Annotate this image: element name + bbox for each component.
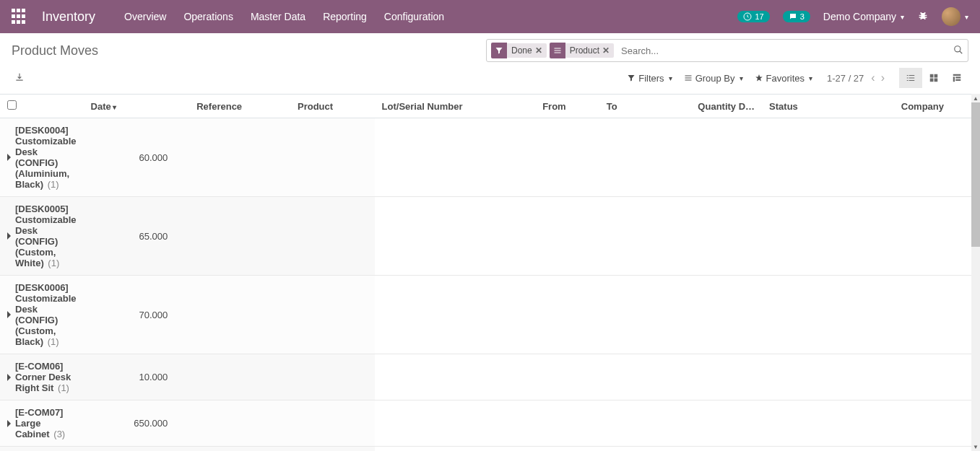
group-row[interactable]: [E-COM07] Large Cabinet (3) 650.000 (0, 400, 980, 447)
col-company[interactable]: Company (835, 95, 980, 118)
expand-caret-icon (7, 311, 11, 318)
facet-label: Done (511, 45, 532, 56)
search-input[interactable] (617, 45, 953, 56)
remove-facet-icon[interactable]: ✕ (535, 45, 542, 56)
list-icon (550, 43, 565, 58)
clock-count: 17 (755, 12, 763, 21)
col-lot[interactable]: Lot/Serial Number (375, 95, 536, 118)
scroll-up-icon[interactable]: ▲ (971, 94, 980, 102)
nav-master-data[interactable]: Master Data (251, 11, 305, 22)
col-status[interactable]: Status (762, 95, 835, 118)
funnel-icon (627, 74, 636, 82)
funnel-icon (491, 43, 507, 58)
group-row[interactable]: [E-COM08] Storage Box (1) 18.000 (0, 447, 980, 452)
expand-caret-icon (7, 374, 11, 381)
chat-icon (789, 12, 797, 21)
scrollbar[interactable]: ▲ ▼ (971, 94, 980, 451)
group-count: (1) (58, 382, 69, 393)
nav-links: Overview Operations Master Data Reportin… (124, 11, 737, 22)
search-box[interactable]: Done ✕ Product ✕ (486, 39, 968, 62)
sort-caret-icon: ▾ (113, 103, 116, 111)
groupby-label: Group By (695, 73, 735, 84)
company-label: Demo Company (823, 11, 896, 22)
group-label: [E-COM07] Large Cabinet (3) (15, 407, 77, 439)
filters-button[interactable]: Filters ▾ (627, 73, 672, 84)
col-from[interactable]: From (535, 95, 599, 118)
list-icon (906, 73, 916, 83)
groupby-facet: Product ✕ (550, 43, 614, 58)
nav-configuration[interactable]: Configuration (384, 11, 444, 22)
control-panel: Product Moves Done ✕ Product ✕ (0, 33, 980, 94)
search-icon[interactable] (953, 45, 963, 57)
group-qty: 650.000 (84, 400, 190, 447)
group-count: (1) (48, 179, 59, 190)
main-navbar: Inventory Overview Operations Master Dat… (0, 0, 980, 33)
export-icon[interactable] (14, 72, 25, 84)
nav-overview[interactable]: Overview (124, 11, 166, 22)
pager-prev[interactable]: ‹ (871, 71, 875, 84)
col-product[interactable]: Product (290, 95, 375, 118)
apps-icon[interactable] (12, 9, 27, 25)
pager-next[interactable]: › (881, 71, 885, 84)
caret-down-icon: ▾ (965, 13, 968, 21)
clock-icon (743, 12, 752, 21)
remove-facet-icon[interactable]: ✕ (602, 45, 610, 56)
scrollbar-thumb[interactable] (971, 102, 980, 247)
select-all-header (0, 95, 84, 118)
header-row: Date▾ Reference Product Lot/Serial Numbe… (0, 95, 980, 118)
favorites-button[interactable]: Favorites ▾ (755, 73, 812, 84)
nav-reporting[interactable]: Reporting (323, 11, 367, 22)
group-qty: 60.000 (84, 118, 190, 197)
group-count: (1) (48, 258, 59, 268)
group-count: (3) (53, 429, 65, 439)
list-view: Date▾ Reference Product Lot/Serial Numbe… (0, 94, 980, 451)
group-qty: 70.000 (84, 276, 190, 354)
groupby-button[interactable]: Group By ▾ (684, 73, 743, 84)
pager-range[interactable]: 1-27 / 27 (827, 73, 864, 84)
scroll-down-icon[interactable]: ▼ (971, 442, 980, 451)
caret-down-icon: ▾ (669, 74, 672, 82)
avatar (942, 7, 961, 26)
group-qty: 65.000 (84, 197, 190, 276)
facet-label: Product (570, 45, 599, 56)
kanban-view-button[interactable] (922, 68, 945, 88)
filters-label: Filters (638, 73, 664, 84)
group-label: [DESK0004] Customizable Desk (CONFIG) (A… (15, 125, 77, 190)
filter-facet: Done ✕ (491, 43, 547, 58)
col-to[interactable]: To (599, 95, 642, 118)
svg-point-1 (955, 45, 961, 51)
group-row[interactable]: [DESK0006] Customizable Desk (CONFIG) (C… (0, 276, 980, 354)
expand-caret-icon (7, 420, 11, 427)
kanban-icon (929, 73, 939, 83)
star-icon (755, 74, 763, 82)
nav-operations[interactable]: Operations (183, 11, 233, 22)
group-qty: 10.000 (84, 354, 190, 400)
col-date[interactable]: Date▾ (84, 95, 190, 118)
user-menu[interactable]: ▾ (942, 7, 968, 26)
chat-badge[interactable]: 3 (783, 11, 810, 22)
col-reference[interactable]: Reference (189, 95, 290, 118)
expand-caret-icon (7, 154, 11, 161)
app-brand[interactable]: Inventory (42, 9, 95, 25)
pivot-view-button[interactable] (945, 68, 968, 88)
group-row[interactable]: [DESK0005] Customizable Desk (CONFIG) (C… (0, 197, 980, 276)
col-qty[interactable]: Quantity D… (642, 95, 763, 118)
chat-count: 3 (800, 12, 805, 21)
list-icon (684, 74, 693, 82)
breadcrumb: Product Moves (12, 43, 98, 58)
pivot-icon (952, 73, 962, 83)
group-row[interactable]: [DESK0004] Customizable Desk (CONFIG) (A… (0, 118, 980, 197)
list-view-button[interactable] (899, 68, 922, 88)
favorites-label: Favorites (766, 73, 805, 84)
group-row[interactable]: [E-COM06] Corner Desk Right Sit (1) 10.0… (0, 354, 980, 400)
view-switcher (899, 68, 968, 88)
debug-icon[interactable] (917, 10, 929, 24)
group-label: [E-COM06] Corner Desk Right Sit (1) (15, 361, 77, 393)
group-count: (1) (48, 336, 59, 347)
clock-badge[interactable]: 17 (737, 11, 769, 22)
caret-down-icon: ▾ (740, 74, 743, 82)
group-qty: 18.000 (84, 447, 190, 452)
company-switcher[interactable]: Demo Company ▾ (823, 11, 904, 22)
select-all-checkbox[interactable] (7, 100, 17, 110)
expand-caret-icon (7, 232, 11, 240)
